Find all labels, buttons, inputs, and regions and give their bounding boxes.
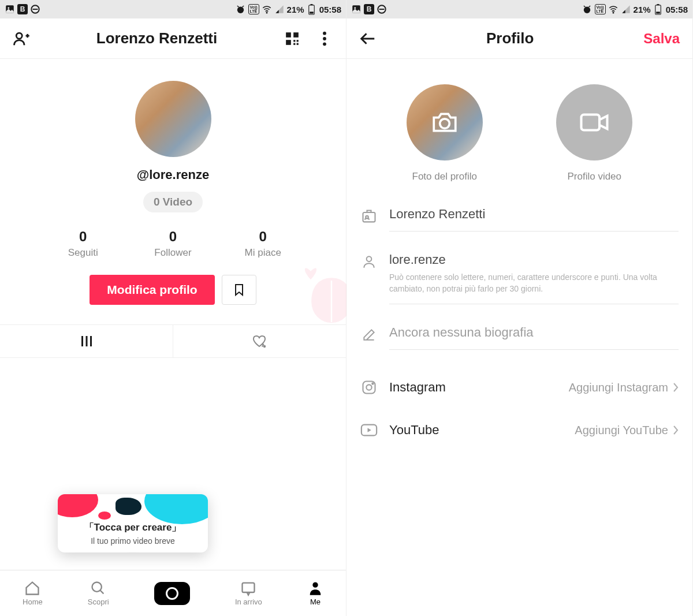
svg-rect-15	[293, 40, 295, 42]
likes-count: 0	[259, 229, 267, 245]
followers-count: 0	[169, 229, 177, 245]
svg-point-46	[366, 385, 371, 390]
more-button[interactable]	[316, 30, 333, 47]
svg-rect-22	[81, 336, 83, 346]
app-header: Profilo Salva	[346, 18, 692, 59]
svg-point-25	[263, 345, 265, 348]
change-photo-button[interactable]	[407, 84, 483, 160]
clock-text: 05:58	[319, 5, 341, 14]
svg-point-4	[237, 6, 244, 13]
video-label: Profilo video	[567, 171, 621, 182]
nav-home-label: Home	[23, 598, 43, 606]
username-field[interactable]: lore.renze Può contenere solo lettere, n…	[360, 242, 679, 315]
wifi-icon	[262, 4, 272, 14]
alarm-icon	[236, 4, 246, 14]
signal-icon	[274, 4, 285, 14]
svg-rect-13	[293, 32, 299, 38]
svg-rect-12	[286, 32, 291, 38]
following-label: Seguiti	[68, 247, 98, 259]
dnd-icon	[30, 4, 40, 14]
video-count-pill[interactable]: 0 Video	[143, 192, 203, 212]
back-button[interactable]	[359, 30, 377, 47]
tooltip-decoration	[58, 494, 208, 522]
bio-field[interactable]: Ancora nessuna biografia	[360, 315, 679, 360]
svg-rect-14	[286, 40, 291, 45]
name-value: Lorenzo Renzetti	[389, 207, 679, 222]
svg-point-21	[323, 42, 326, 46]
youtube-icon	[360, 421, 378, 439]
bio-placeholder: Ancora nessuna biografia	[389, 325, 679, 340]
svg-point-44	[367, 256, 372, 262]
svg-point-26	[92, 583, 102, 592]
svg-rect-16	[297, 40, 299, 42]
svg-point-34	[584, 6, 590, 13]
tab-liked[interactable]	[173, 325, 346, 357]
svg-rect-28	[243, 583, 255, 592]
profile-screen: B Vo))LTE 21% 05:58 Lorenzo Renzetti	[0, 0, 346, 616]
signal-icon	[621, 4, 631, 14]
edit-profile-button[interactable]: Modifica profilo	[90, 275, 214, 305]
instagram-icon	[360, 379, 378, 396]
name-badge-icon	[360, 208, 378, 225]
bookmark-button[interactable]	[222, 275, 256, 305]
youtube-action: Aggiungi YouTube	[575, 424, 679, 437]
nav-create[interactable]	[154, 582, 190, 605]
avatar[interactable]	[135, 81, 211, 157]
battery-icon	[307, 4, 317, 14]
svg-rect-24	[90, 336, 92, 346]
bold-icon: B	[364, 4, 374, 14]
tab-grid[interactable]	[0, 325, 173, 357]
svg-rect-17	[293, 43, 295, 44]
svg-point-35	[613, 12, 614, 13]
nav-home[interactable]: Home	[23, 580, 43, 606]
instagram-label: Instagram	[389, 380, 569, 395]
svg-point-31	[354, 7, 356, 9]
likes-stat[interactable]: 0 Mi piace	[218, 229, 308, 259]
image-icon	[351, 4, 362, 14]
bold-icon: B	[17, 4, 28, 14]
header-title: Profilo	[486, 29, 534, 47]
nav-me[interactable]: Me	[307, 580, 323, 606]
svg-rect-41	[582, 115, 600, 130]
volte-icon: Vo))LTE	[248, 4, 259, 14]
nav-inbox[interactable]: In arrivo	[235, 580, 262, 606]
svg-rect-23	[85, 336, 87, 346]
svg-rect-8	[310, 12, 314, 13]
nav-inbox-label: In arrivo	[235, 598, 262, 606]
likes-label: Mi piace	[245, 247, 281, 259]
svg-point-1	[8, 7, 9, 9]
app-header: Lorenzo Renzetti	[0, 18, 346, 59]
qr-button[interactable]	[284, 30, 301, 47]
followers-stat[interactable]: 0 Follower	[128, 229, 218, 259]
svg-rect-42	[363, 212, 375, 222]
svg-line-27	[100, 591, 104, 594]
followers-label: Follower	[154, 247, 191, 259]
instagram-action: Aggiungi Instagram	[569, 381, 679, 394]
add-friend-button[interactable]	[13, 30, 30, 47]
nav-discover[interactable]: Scopri	[88, 580, 109, 606]
edit-icon	[360, 326, 378, 344]
content-tabs	[0, 324, 346, 358]
svg-rect-38	[656, 12, 660, 13]
svg-rect-18	[297, 43, 299, 44]
stats-row: 0 Seguiti 0 Follower 0 Mi piace	[38, 229, 308, 259]
youtube-link-row[interactable]: YouTube Aggiungi YouTube	[360, 409, 679, 451]
svg-point-5	[266, 12, 267, 13]
dnd-icon	[377, 4, 387, 14]
battery-icon	[653, 4, 664, 14]
nav-me-label: Me	[310, 598, 321, 606]
username-value: lore.renze	[389, 252, 679, 267]
create-tooltip[interactable]: 「Tocca per creare」 Il tuo primo video br…	[58, 494, 208, 552]
username: @lore.renze	[137, 167, 209, 182]
wifi-icon	[608, 4, 619, 14]
instagram-link-row[interactable]: Instagram Aggiungi Instagram	[360, 366, 679, 409]
edit-body: Foto del profilo Profilo video Lorenzo R…	[346, 59, 692, 616]
name-field[interactable]: Lorenzo Renzetti	[360, 196, 679, 242]
svg-point-9	[16, 33, 22, 39]
save-button[interactable]: Salva	[643, 31, 680, 47]
photo-label: Foto del profilo	[412, 171, 477, 182]
following-stat[interactable]: 0 Seguiti	[38, 229, 128, 259]
svg-rect-7	[311, 4, 313, 5]
change-video-button[interactable]	[556, 84, 632, 160]
status-bar: B Vo))LTE 21% 05:58	[0, 0, 346, 18]
